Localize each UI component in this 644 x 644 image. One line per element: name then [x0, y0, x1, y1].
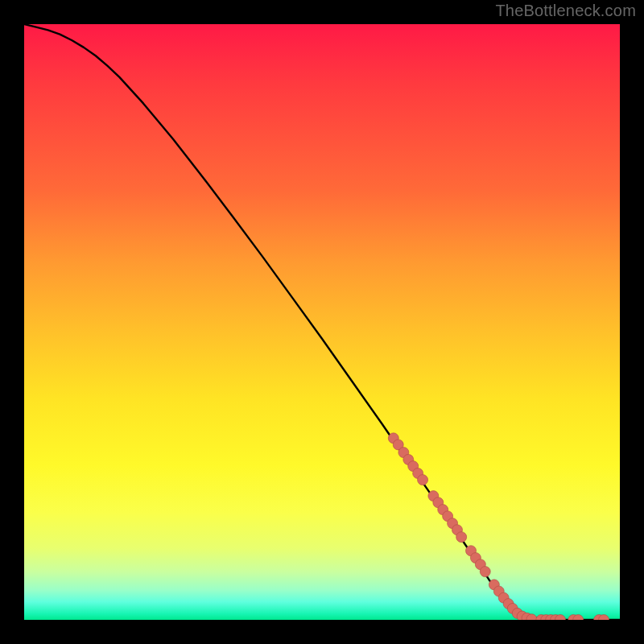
svg-point-6	[418, 475, 428, 485]
chart-svg	[24, 24, 620, 620]
curve-line	[24, 24, 620, 620]
svg-point-13	[456, 532, 467, 543]
plot-area	[24, 24, 620, 620]
svg-point-17	[480, 567, 490, 577]
data-markers	[388, 433, 609, 620]
chart-frame: TheBottleneck.com	[0, 0, 644, 644]
watermark-label: TheBottleneck.com	[495, 2, 636, 20]
